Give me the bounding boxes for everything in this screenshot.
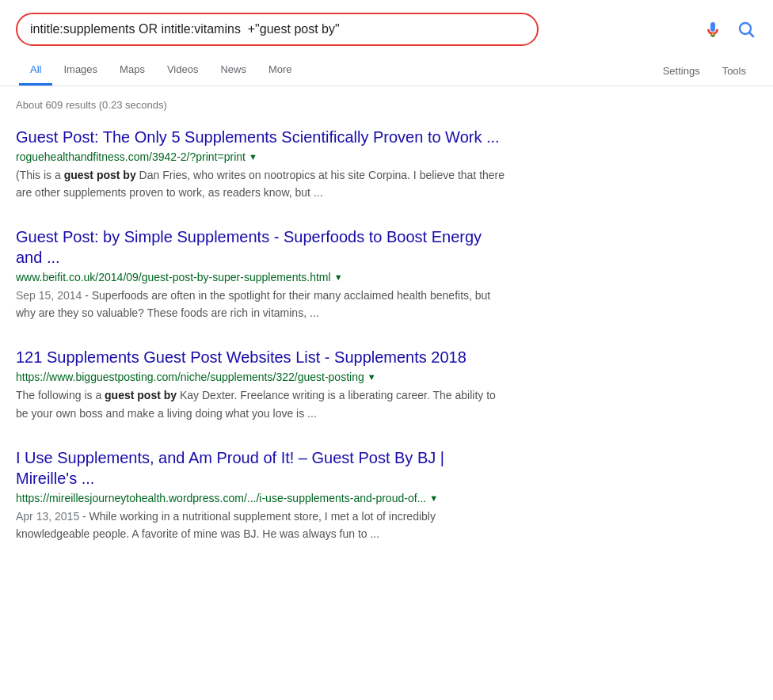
search-input[interactable]: intitle:supplements OR intitle:vitamins … xyxy=(30,22,524,36)
result-3: 121 Supplements Guest Post Websites List… xyxy=(16,347,507,421)
result-1-title[interactable]: Guest Post: The Only 5 Supplements Scien… xyxy=(16,127,507,147)
tab-maps[interactable]: Maps xyxy=(109,55,156,86)
search-box-wrapper: intitle:supplements OR intitle:vitamins … xyxy=(16,13,539,46)
result-4-title[interactable]: I Use Supplements, and Am Proud of It! –… xyxy=(16,447,507,489)
search-row: intitle:supplements OR intitle:vitamins … xyxy=(16,13,757,46)
result-4: I Use Supplements, and Am Proud of It! –… xyxy=(16,447,507,542)
result-2-date: Sep 15, 2014 xyxy=(16,289,82,302)
result-1-dropdown-arrow[interactable]: ▼ xyxy=(249,152,257,162)
results-stats: About 609 results (0.23 seconds) xyxy=(16,99,507,111)
result-2: Guest Post: by Simple Supplements - Supe… xyxy=(16,226,507,321)
result-3-title[interactable]: 121 Supplements Guest Post Websites List… xyxy=(16,347,507,367)
tab-news[interactable]: News xyxy=(209,55,257,86)
microphone-icon[interactable] xyxy=(703,20,722,39)
search-icon xyxy=(737,20,756,39)
result-2-url-row: www.beifit.co.uk/2014/09/guest-post-by-s… xyxy=(16,271,507,283)
tab-settings[interactable]: Settings xyxy=(652,57,711,85)
tab-tools[interactable]: Tools xyxy=(711,57,757,85)
search-icons xyxy=(703,18,757,40)
tab-more[interactable]: More xyxy=(257,55,303,86)
result-3-snippet: The following is a guest post by Kay Dex… xyxy=(16,386,507,421)
result-4-dropdown-arrow[interactable]: ▼ xyxy=(429,493,438,503)
result-4-snippet: Apr 13, 2015 - While working in a nutrit… xyxy=(16,508,507,542)
result-4-date: Apr 13, 2015 xyxy=(16,510,79,523)
result-3-url-row: https://www.bigguestposting.com/niche/su… xyxy=(16,371,507,383)
result-2-url: www.beifit.co.uk/2014/09/guest-post-by-s… xyxy=(16,271,331,283)
result-4-url-row: https://mireillesjourneytohealth.wordpre… xyxy=(16,492,507,504)
result-4-url: https://mireillesjourneytohealth.wordpre… xyxy=(16,492,426,504)
tab-all[interactable]: All xyxy=(19,55,52,86)
tab-images[interactable]: Images xyxy=(52,55,109,86)
result-3-dropdown-arrow[interactable]: ▼ xyxy=(367,372,376,382)
main-content: About 609 results (0.23 seconds) Guest P… xyxy=(0,99,523,542)
result-1-url: roguehealthandfitness.com/3942-2/?print=… xyxy=(16,150,246,163)
result-1-url-row: roguehealthandfitness.com/3942-2/?print=… xyxy=(16,150,507,163)
result-3-url: https://www.bigguestposting.com/niche/su… xyxy=(16,371,364,383)
svg-rect-1 xyxy=(711,22,714,29)
result-1: Guest Post: The Only 5 Supplements Scien… xyxy=(16,127,507,201)
tab-videos[interactable]: Videos xyxy=(156,55,210,86)
svg-line-5 xyxy=(750,33,754,37)
result-2-snippet: Sep 15, 2014 - Superfoods are often in t… xyxy=(16,287,507,321)
result-2-title[interactable]: Guest Post: by Simple Supplements - Supe… xyxy=(16,226,507,268)
nav-tabs: All Images Maps Videos News More Setting… xyxy=(19,55,757,86)
result-2-dropdown-arrow[interactable]: ▼ xyxy=(334,272,343,282)
search-button[interactable] xyxy=(735,18,757,40)
result-1-snippet: (This is a guest post by Dan Fries, who … xyxy=(16,166,507,201)
header: intitle:supplements OR intitle:vitamins … xyxy=(0,0,773,86)
nav-right: Settings Tools xyxy=(652,57,757,85)
